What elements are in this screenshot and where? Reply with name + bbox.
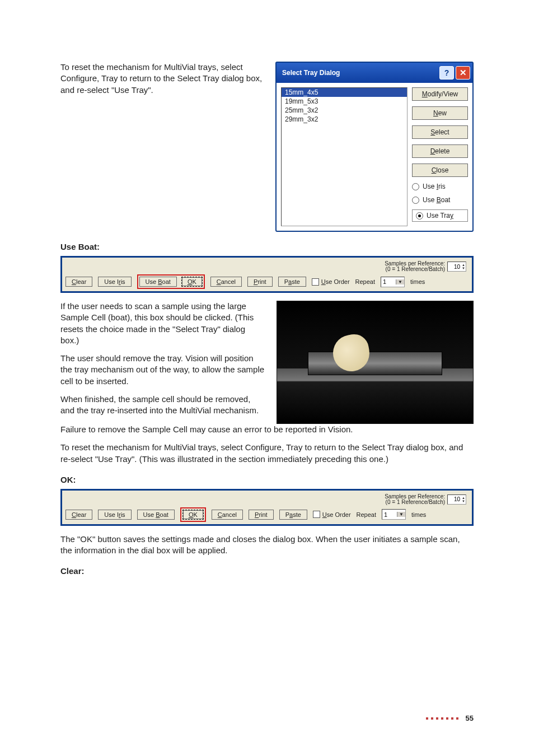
clear-button[interactable]: Clear bbox=[65, 510, 92, 520]
boat-p1: If the user needs to scan a sample using… bbox=[60, 301, 265, 346]
times-label: times bbox=[410, 278, 425, 285]
print-button[interactable]: Print bbox=[249, 510, 274, 520]
toolbar-boat: Samples per Reference: (0 = 1 Reference/… bbox=[60, 256, 474, 293]
close-icon[interactable]: ✕ bbox=[456, 66, 470, 80]
highlight-ok: OK bbox=[180, 507, 206, 522]
select-button[interactable]: Select bbox=[412, 125, 468, 139]
repeat-combo[interactable]: ▼ bbox=[382, 509, 406, 520]
print-button[interactable]: Print bbox=[247, 277, 273, 287]
use-order-checkbox[interactable]: Use Order bbox=[312, 278, 350, 286]
spr-input[interactable] bbox=[448, 264, 461, 270]
paste-button[interactable]: Paste bbox=[278, 277, 306, 287]
ok-heading: OK: bbox=[60, 475, 474, 484]
repeat-input[interactable] bbox=[382, 511, 397, 518]
repeat-combo[interactable]: ▼ bbox=[381, 277, 405, 287]
spr-spinner[interactable]: ▲▼ bbox=[447, 262, 466, 272]
chevron-down-icon[interactable]: ▼ bbox=[396, 279, 404, 284]
repeat-label: Repeat bbox=[357, 511, 376, 518]
spin-down-icon[interactable]: ▼ bbox=[462, 500, 465, 503]
list-item[interactable]: 15mm_4x5 bbox=[282, 88, 407, 97]
highlight-boat-ok: Use Boat OK bbox=[137, 274, 205, 289]
times-label: times bbox=[411, 511, 426, 518]
delete-button[interactable]: Delete bbox=[412, 144, 468, 158]
use-order-checkbox[interactable]: Use Order bbox=[313, 511, 351, 518]
spr-sublabel: (0 = 1 Reference/Batch) bbox=[385, 500, 445, 505]
use-iris-button[interactable]: Use Iris bbox=[98, 510, 131, 520]
clear-button[interactable]: Clear bbox=[65, 277, 92, 287]
use-boat-radio[interactable]: Use Boat bbox=[412, 196, 468, 204]
radio-on-icon bbox=[416, 212, 423, 220]
use-boat-button[interactable]: Use Boat bbox=[137, 510, 175, 520]
repeat-input[interactable] bbox=[381, 278, 396, 285]
chevron-down-icon[interactable]: ▼ bbox=[397, 512, 405, 517]
intro-paragraph: To reset the mechanism for MultiVial tra… bbox=[60, 62, 264, 96]
modify-view-button[interactable]: Modify/View bbox=[412, 87, 468, 101]
use-iris-radio[interactable]: Use Iris bbox=[412, 183, 468, 190]
paste-button[interactable]: Paste bbox=[279, 510, 307, 520]
cancel-button[interactable]: Cancel bbox=[212, 510, 243, 520]
ok-paragraph: The "OK" button saves the settings made … bbox=[60, 534, 474, 557]
close-button[interactable]: Close bbox=[412, 164, 468, 177]
spin-down-icon[interactable]: ▼ bbox=[462, 267, 465, 270]
list-item[interactable]: 19mm_5x3 bbox=[282, 97, 407, 106]
help-icon[interactable]: ? bbox=[439, 66, 454, 80]
select-tray-dialog: Select Tray Dialog ? ✕ 15mm_4x5 19mm_5x3… bbox=[275, 62, 474, 232]
dialog-titlebar: Select Tray Dialog ? ✕ bbox=[277, 63, 472, 83]
use-tray-radio[interactable]: Use Tray bbox=[412, 209, 468, 222]
list-item[interactable]: 29mm_3x2 bbox=[282, 115, 407, 124]
use-boat-heading: Use Boat: bbox=[60, 242, 474, 251]
tray-listbox[interactable]: 15mm_4x5 19mm_5x3 25mm_3x2 29mm_3x2 bbox=[281, 87, 407, 226]
page-number: 55 bbox=[466, 714, 474, 722]
checkbox-icon bbox=[312, 278, 319, 286]
spr-spinner[interactable]: ▲▼ bbox=[447, 494, 466, 505]
dialog-title: Select Tray Dialog bbox=[282, 69, 438, 77]
use-boat-button[interactable]: Use Boat bbox=[139, 277, 177, 287]
radio-off-icon bbox=[412, 197, 419, 204]
sample-cell-photo bbox=[277, 301, 474, 424]
spr-input[interactable] bbox=[448, 496, 461, 502]
boat-p3: When finished, the sample cell should be… bbox=[60, 394, 265, 417]
radio-off-icon bbox=[412, 183, 419, 190]
spr-sublabel: (0 = 1 Reference/Batch) bbox=[385, 267, 445, 272]
cancel-button[interactable]: Cancel bbox=[210, 277, 242, 287]
clear-heading: Clear: bbox=[60, 566, 474, 576]
boat-p5: To reset the mechanism for MultiVial tra… bbox=[60, 442, 474, 465]
toolbar-ok: Samples per Reference: (0 = 1 Reference/… bbox=[60, 489, 474, 526]
checkbox-icon bbox=[313, 511, 320, 518]
boat-p2: The user should remove the tray. Vision … bbox=[60, 353, 265, 387]
list-item[interactable]: 25mm_3x2 bbox=[282, 106, 407, 115]
new-button[interactable]: New bbox=[412, 106, 468, 120]
use-iris-button[interactable]: Use Iris bbox=[98, 277, 131, 287]
boat-p4: Failure to remove the Sample Cell may ca… bbox=[60, 424, 474, 435]
ok-button[interactable]: OK bbox=[182, 510, 204, 520]
ok-button[interactable]: OK bbox=[181, 277, 203, 287]
repeat-label: Repeat bbox=[355, 278, 375, 285]
page-footer: 55 bbox=[426, 714, 474, 722]
